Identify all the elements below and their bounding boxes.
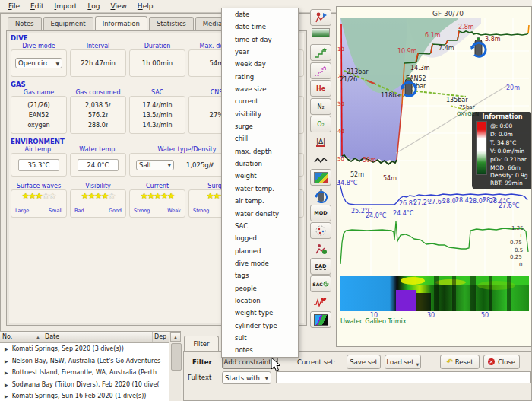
trip-label: Rottnest Island, Fremantle, WA, Australi… bbox=[12, 369, 157, 376]
context-menu-item[interactable]: dive mode bbox=[222, 257, 298, 269]
expander-icon[interactable]: ▶ bbox=[5, 358, 8, 364]
rating-stars-box[interactable]: ★★★★★ Strong Weak bbox=[129, 189, 185, 218]
context-menu-item[interactable]: SAC bbox=[222, 220, 298, 232]
chart-label: 75bar bbox=[459, 104, 475, 110]
context-menu-item[interactable]: logged bbox=[222, 232, 298, 244]
scrollbar-thumb[interactable] bbox=[171, 343, 182, 371]
rating-stars-box[interactable]: ★★★★★ Bad Good bbox=[70, 189, 126, 218]
water-type-select[interactable]: Salt▼ bbox=[136, 160, 174, 170]
scatter-button[interactable] bbox=[310, 222, 331, 239]
context-menu-item[interactable]: current bbox=[222, 95, 298, 107]
context-menu-item[interactable]: date bbox=[222, 8, 298, 21]
dive-list-scrollbar[interactable]: ▲ bbox=[169, 332, 181, 401]
menu-item[interactable]: Import bbox=[49, 2, 83, 11]
rating-stars-box[interactable]: ★★★★★ Large Small bbox=[11, 189, 67, 218]
expander-icon[interactable]: ▶ bbox=[5, 382, 8, 387]
context-menu-item[interactable]: location bbox=[222, 294, 298, 307]
calc-ceiling-button[interactable] bbox=[310, 44, 331, 61]
menu-item[interactable]: Help bbox=[132, 2, 159, 11]
tissue-heatmap-button[interactable] bbox=[310, 311, 331, 328]
star-rating[interactable]: ★★★★★ bbox=[11, 191, 66, 201]
he-graph-button[interactable]: He bbox=[310, 80, 331, 97]
n2-graph-button[interactable]: N₂ bbox=[310, 98, 331, 115]
mod-button[interactable]: MOD bbox=[310, 205, 331, 221]
context-menu-item[interactable]: chill bbox=[222, 132, 298, 145]
expander-icon[interactable]: ▶ bbox=[5, 346, 8, 352]
menu-item[interactable]: Log bbox=[82, 2, 105, 11]
air-temp-input[interactable]: 35.3°C bbox=[18, 159, 59, 171]
dive-trip-row[interactable]: ▶Nelson Bay, NSW, Australia (Let's Go Ad… bbox=[0, 355, 169, 368]
context-menu-item[interactable]: visibility bbox=[222, 108, 298, 120]
tank-bar-button[interactable] bbox=[310, 187, 331, 204]
info-overlay-row: V: 0.0m/min bbox=[490, 148, 524, 154]
menu-item[interactable]: View bbox=[105, 2, 131, 11]
chart-label: 30 bbox=[337, 101, 344, 107]
menu-item[interactable]: Edit bbox=[25, 2, 49, 11]
context-menu-item[interactable]: date time bbox=[222, 21, 298, 33]
tab[interactable]: Notes bbox=[8, 17, 42, 31]
chart-label: Uwatec Galileo Trimix bbox=[340, 318, 406, 325]
expander-icon[interactable]: ▶ bbox=[5, 370, 8, 375]
dive-trip-row[interactable]: ▶Rottnest Island, Fremantle, WA, Austral… bbox=[0, 367, 169, 379]
context-menu-item[interactable]: cylinder type bbox=[222, 320, 298, 332]
context-menu-item[interactable]: weight bbox=[222, 170, 298, 182]
dive-trip-row[interactable]: ▶Komati Springs, Sep 2020 (3 dive(s)) bbox=[0, 343, 169, 355]
context-menu-item[interactable]: planned bbox=[222, 245, 298, 257]
filter-tab[interactable]: Filter bbox=[184, 336, 219, 352]
dc-ceiling-button[interactable] bbox=[310, 62, 331, 79]
context-menu-item[interactable]: water temp. bbox=[222, 183, 298, 195]
load-set-button[interactable]: Load set▼ bbox=[385, 355, 421, 369]
tank-change-icon bbox=[469, 36, 487, 60]
dive-trip-row[interactable]: ▶Komati Springs, Sun 16 Feb 2020 (1 dive… bbox=[0, 390, 169, 401]
star-rating[interactable]: ★★★★★ bbox=[71, 191, 125, 201]
menu-item[interactable]: File bbox=[3, 2, 25, 11]
column-date[interactable]: Date bbox=[45, 333, 59, 340]
context-menu-item[interactable]: water density bbox=[222, 208, 298, 220]
context-menu-item[interactable]: duration bbox=[222, 158, 298, 170]
fulltext-input[interactable] bbox=[276, 371, 531, 383]
context-menu-item[interactable]: people bbox=[222, 282, 298, 294]
close-button[interactable]: ✕Close bbox=[483, 355, 520, 369]
tab[interactable]: Information bbox=[95, 16, 147, 30]
column-divider[interactable] bbox=[43, 332, 43, 342]
water-temp-input[interactable]: 24.0°C bbox=[78, 159, 119, 171]
fulltext-mode-select[interactable]: Starts with▼ bbox=[222, 371, 271, 384]
star-rating[interactable]: ★★★★★ bbox=[130, 191, 185, 201]
context-menu-item[interactable]: week day bbox=[222, 58, 298, 70]
context-menu-item[interactable]: tags bbox=[222, 269, 298, 282]
dive-trip-row[interactable]: ▶Sodwana Bay (Triton Divers), Feb 2020 (… bbox=[0, 379, 169, 391]
heart-rate-button[interactable] bbox=[310, 294, 331, 310]
ead-button[interactable]: EAD bbox=[310, 258, 331, 275]
context-menu-item[interactable]: weight type bbox=[222, 307, 298, 319]
sac-rate-button[interactable]: SAC bbox=[310, 275, 331, 292]
chart-label: 135bar bbox=[446, 97, 468, 103]
delta-depth-button[interactable]: |Δ| bbox=[310, 134, 331, 151]
context-menu-item[interactable]: time of day bbox=[222, 33, 298, 46]
context-menu-item[interactable]: max. depth bbox=[222, 145, 298, 158]
context-menu-item[interactable]: wave size bbox=[222, 83, 298, 95]
context-menu-item[interactable]: suit bbox=[222, 332, 298, 344]
column-divider[interactable] bbox=[152, 332, 153, 342]
info-overlay-row: pO₂: 0.21bar bbox=[490, 156, 527, 163]
depth-rate-button[interactable] bbox=[310, 151, 331, 168]
column-no[interactable]: No. bbox=[2, 333, 12, 340]
context-menu-item[interactable]: year bbox=[222, 46, 298, 58]
scroll-up-icon[interactable]: ▲ bbox=[170, 332, 181, 342]
dive-mode-select[interactable]: Open circ▼ bbox=[15, 58, 62, 68]
he-label: He bbox=[316, 85, 325, 92]
context-menu-item[interactable]: rating bbox=[222, 71, 298, 83]
context-menu-item[interactable]: surge bbox=[222, 120, 298, 132]
column-depth[interactable]: Dep bbox=[154, 333, 166, 340]
context-menu-item[interactable]: air temp. bbox=[222, 195, 298, 207]
o2-graph-button[interactable]: O₂ bbox=[310, 116, 331, 132]
save-set-button[interactable]: Save set bbox=[347, 355, 381, 369]
context-menu-item[interactable]: notes bbox=[222, 344, 298, 356]
chart-label: 24.0°C bbox=[366, 212, 386, 219]
photos-button[interactable] bbox=[310, 169, 331, 186]
ndl-button[interactable] bbox=[310, 240, 331, 257]
expander-icon[interactable]: ▶ bbox=[5, 393, 8, 399]
diver-marker-button[interactable] bbox=[310, 9, 331, 26]
tab[interactable]: Statistics bbox=[149, 17, 194, 31]
tab[interactable]: Equipment bbox=[43, 17, 93, 31]
reset-button[interactable]: ↶Reset bbox=[440, 355, 480, 369]
